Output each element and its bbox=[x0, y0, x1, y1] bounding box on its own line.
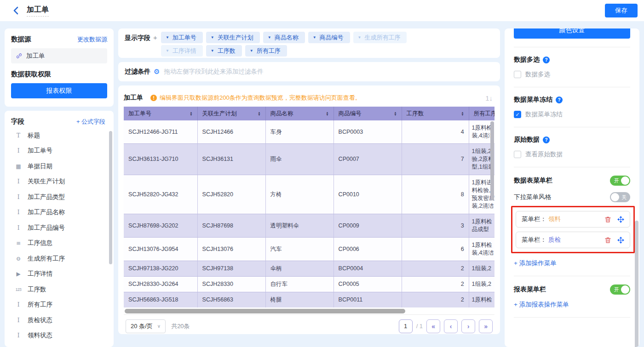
dropdown-style-toggle[interactable]: 关 bbox=[610, 192, 630, 202]
add-action-menu-link[interactable]: + 添加操作菜单 bbox=[514, 259, 557, 267]
column-header[interactable]: 商品编号▲▼ bbox=[334, 107, 402, 120]
table-row[interactable]: SCJH36131-JG710SCJH36131雨伞CP000771组装,2 验… bbox=[124, 144, 494, 175]
column-header[interactable]: 所有工序 bbox=[469, 107, 494, 120]
trash-icon[interactable] bbox=[604, 216, 611, 223]
table-menu-toggle[interactable]: 开 bbox=[610, 176, 630, 186]
chevron-down-icon[interactable]: ▼ bbox=[250, 49, 253, 53]
move-icon[interactable] bbox=[617, 216, 624, 223]
action-menu-item[interactable]: 菜单栏：质检 bbox=[516, 232, 630, 248]
chevron-down-icon[interactable]: ▼ bbox=[268, 35, 271, 40]
help-icon[interactable]: ? bbox=[543, 137, 550, 143]
column-header-label: 关联生产计划 bbox=[202, 110, 237, 118]
field-item[interactable]: I所有工序 bbox=[11, 297, 109, 313]
field-item[interactable]: I加工产品类型 bbox=[11, 189, 109, 205]
save-button[interactable]: 保存 bbox=[605, 4, 638, 17]
table-horizontal-scrollbar[interactable] bbox=[125, 309, 405, 313]
field-item[interactable]: I加工产品名称 bbox=[11, 205, 109, 221]
multi-select-checkbox-row[interactable]: 数据多选 bbox=[514, 70, 630, 79]
page-size-select[interactable]: 20 条/页 ∨ bbox=[126, 319, 166, 333]
menu-freeze-checkbox[interactable] bbox=[514, 111, 521, 118]
color-settings-button[interactable]: 颜色设置 bbox=[514, 28, 630, 39]
table-cell-all-steps: 1原料检 bbox=[469, 292, 494, 308]
report-menu-title: 报表菜单栏 bbox=[514, 285, 546, 294]
table-row[interactable]: SCJH56863-JG518SCJH56863椅腿BCP001121原料检 bbox=[124, 292, 494, 308]
display-field-chip[interactable]: ▼工序详情 bbox=[161, 45, 203, 57]
action-menu-item[interactable]: 菜单栏：领料 bbox=[516, 211, 630, 228]
change-datasource-link[interactable]: 更改数据源 bbox=[77, 35, 107, 44]
filter-settings-gear-icon[interactable]: ⚙ bbox=[154, 68, 160, 76]
display-field-chip[interactable]: ▼关联生产计划 bbox=[206, 32, 260, 43]
display-field-chip[interactable]: ▼商品名称 bbox=[263, 32, 305, 43]
column-header[interactable]: 关联生产计划▲▼ bbox=[197, 107, 265, 120]
display-field-chip[interactable]: ▼加工单号 bbox=[161, 32, 203, 43]
field-item[interactable]: ▦单据日期 bbox=[11, 159, 109, 174]
field-item[interactable]: I质检状态 bbox=[11, 313, 109, 328]
table-cell: 2 bbox=[402, 261, 469, 277]
chevron-down-icon[interactable]: ▼ bbox=[166, 35, 169, 40]
table-cell: 8 bbox=[402, 175, 469, 214]
report-menu-toggle[interactable]: 开 bbox=[610, 284, 630, 295]
chevron-down-icon[interactable]: ▼ bbox=[358, 35, 362, 40]
field-item[interactable]: T标题 bbox=[11, 128, 109, 143]
chevron-down-icon[interactable]: ▼ bbox=[166, 49, 169, 53]
chevron-down-icon[interactable]: ▼ bbox=[313, 35, 316, 40]
chip-label: 商品名称 bbox=[275, 34, 299, 42]
column-header-label: 所有工序 bbox=[474, 110, 495, 118]
field-item[interactable]: ⊖生成所有工序 bbox=[11, 251, 109, 267]
field-item[interactable]: ▶工序详情 bbox=[11, 267, 109, 282]
sort-arrows-icon[interactable]: ▲▼ bbox=[461, 111, 464, 116]
chevron-down-icon[interactable]: ▼ bbox=[211, 49, 214, 53]
field-item[interactable]: 123工序数 bbox=[11, 282, 109, 297]
filter-dropzone-placeholder[interactable]: 拖动左侧字段到此处来添加过滤条件 bbox=[164, 68, 264, 76]
prev-page-button[interactable]: ‹ bbox=[444, 319, 458, 333]
table-vertical-scrollbar[interactable] bbox=[490, 121, 494, 200]
field-item[interactable]: I领料状态 bbox=[11, 328, 109, 344]
column-header[interactable]: 加工单号▲▼ bbox=[124, 107, 197, 120]
help-icon[interactable]: ? bbox=[556, 97, 563, 103]
multi-select-checkbox[interactable] bbox=[514, 71, 521, 78]
display-field-chip[interactable]: ▼所有工序 bbox=[245, 45, 287, 57]
sort-arrows-icon[interactable]: ▲▼ bbox=[190, 111, 192, 116]
trash-icon[interactable] bbox=[604, 237, 611, 244]
column-header[interactable]: 工序数▲▼ bbox=[402, 107, 469, 120]
add-display-field-button[interactable]: + bbox=[153, 32, 157, 55]
display-field-chip[interactable]: ▼工序数 bbox=[206, 45, 242, 57]
sort-arrows-icon[interactable]: ▲▼ bbox=[394, 111, 397, 116]
move-icon[interactable] bbox=[617, 237, 624, 244]
column-header[interactable]: 商品名称▲▼ bbox=[265, 107, 334, 120]
table-row[interactable]: SCJH12466-JG711SCJH12466车身BCP000341原料检 装… bbox=[124, 120, 494, 144]
field-item[interactable]: I加工产品编号 bbox=[11, 220, 109, 236]
field-item[interactable]: ≡工序信息 bbox=[11, 236, 109, 251]
sort-arrows-icon[interactable]: ▲▼ bbox=[258, 111, 260, 116]
field-item[interactable]: I加工单号 bbox=[11, 143, 109, 159]
add-report-action-menu-link[interactable]: + 添加报表操作菜单 bbox=[514, 301, 569, 309]
back-icon[interactable] bbox=[12, 6, 20, 15]
current-page-input[interactable]: 1 bbox=[399, 319, 413, 333]
datasource-item[interactable]: 加工单 bbox=[11, 48, 107, 63]
last-page-button[interactable]: » bbox=[479, 319, 493, 333]
chevron-down-icon[interactable]: ▼ bbox=[211, 35, 214, 40]
table-row[interactable]: SCJH28330-JG264SCJH28330自行车CP000521组装,2 bbox=[124, 277, 494, 292]
add-formula-field-link[interactable]: + 公式字段 bbox=[76, 118, 105, 126]
field-item[interactable]: I加工状态辅助 bbox=[11, 343, 109, 347]
table-row[interactable]: SCJH13076-JG954SCJH13076汽车CP000661原料检 装,… bbox=[124, 238, 494, 261]
table-row[interactable]: SCJH87698-JG202SCJH87698透明塑料伞CP000931原料检… bbox=[124, 214, 494, 238]
sort-arrows-icon[interactable]: ▲▼ bbox=[326, 111, 328, 116]
table-row[interactable]: SCJH52820-JG432SCJH52820方椅CP001081原料进 料检… bbox=[124, 175, 494, 214]
display-field-chip[interactable]: ▼商品编号 bbox=[308, 32, 350, 43]
field-item[interactable]: I关联生产计划 bbox=[11, 174, 109, 190]
table-cell: 7 bbox=[402, 144, 469, 175]
settings-scrollbar[interactable] bbox=[635, 221, 638, 347]
display-field-chip[interactable]: ▼生成所有工序 bbox=[353, 32, 407, 43]
datasource-title: 数据源 bbox=[11, 35, 31, 44]
menu-freeze-checkbox-row[interactable]: 数据菜单冻结 bbox=[514, 110, 630, 119]
first-page-button[interactable]: « bbox=[426, 319, 440, 333]
sort-icon[interactable]: 1↓ bbox=[483, 94, 494, 102]
raw-data-checkbox-row[interactable]: 查看原始数据 bbox=[514, 150, 630, 159]
next-page-button[interactable]: › bbox=[461, 319, 475, 333]
fields-scrollbar[interactable] bbox=[109, 131, 112, 264]
table-row[interactable]: SCJH97138-JG220SCJH97138伞柄BCP000421组装,2 bbox=[124, 261, 494, 277]
raw-data-checkbox[interactable] bbox=[514, 151, 521, 158]
help-icon[interactable]: ? bbox=[543, 57, 550, 63]
report-permission-button[interactable]: 报表权限 bbox=[11, 83, 107, 98]
